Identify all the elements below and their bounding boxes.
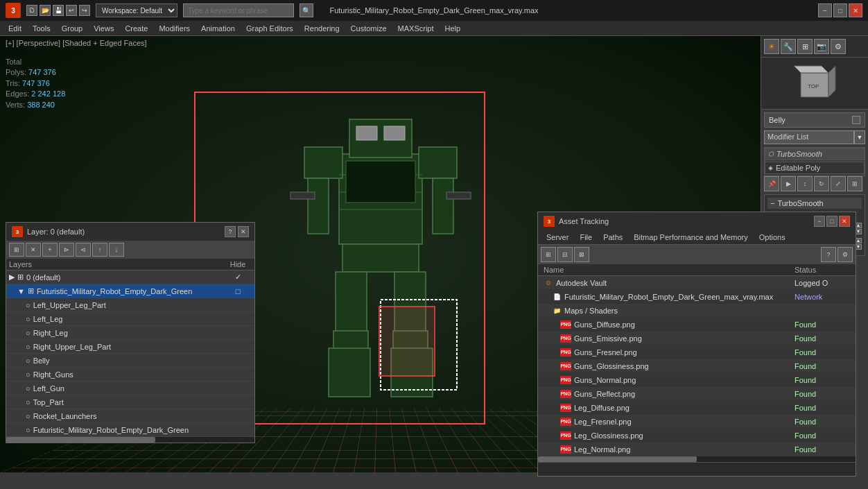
asset-menu-paths[interactable]: Paths [598,232,628,243]
layer-scrollbar[interactable] [6,437,254,443]
mod-scale-btn[interactable]: ⤢ [831,176,846,191]
layer-row[interactable]: ○ Left_Leg [6,312,254,326]
layer-row-name: ○ Right_Guns [9,370,252,379]
asset-row[interactable]: PNG Guns_Reflect.png Found [538,387,856,401]
layer-row[interactable]: ○ Right_Guns [6,368,254,381]
redo-btn[interactable]: ↪ [79,5,90,16]
menu-maxscript[interactable]: MAXScript [392,23,440,34]
menu-group[interactable]: Group [56,23,89,34]
mod-rotate-btn[interactable]: ↻ [814,176,829,191]
menu-help[interactable]: Help [440,23,467,34]
maximize-button[interactable]: □ [833,3,847,17]
search-icon[interactable]: 🔍 [300,3,313,17]
layer-row[interactable]: ○ Left_Upper_Leg_Part [6,298,254,312]
asset-row[interactable]: PNG Guns_Emissive.png Found [538,332,856,345]
layer-row[interactable]: ○ Belly [6,354,254,368]
layer-row[interactable]: ○ Right_Upper_Leg_Part [6,340,254,354]
asset-row[interactable]: ⚙ Autodesk Vault Logged O [538,276,856,290]
modifier-editable-poly[interactable]: ◈ Editable Poly [765,162,865,174]
stats-total: Total [6,57,65,67]
nav-cube[interactable]: TOP [790,59,839,108]
edges-stat: Edges: 2 242 128 [6,89,65,99]
layer-tb-5[interactable]: ⊲ [76,243,91,257]
menu-graph-editors[interactable]: Graph Editors [241,23,299,34]
sun-icon[interactable]: ☀ [764,39,779,54]
modifier-dropdown[interactable]: Modifier List [764,130,854,144]
at-settings-btn[interactable]: ⚙ [837,247,853,262]
at-btn-2[interactable]: ⊟ [557,247,573,262]
asset-row[interactable]: PNG Leg_Normal.png Found [538,443,856,456]
menu-customize[interactable]: Customize [345,23,392,34]
ts-collapse-icon[interactable]: − [770,199,774,207]
color-swatch[interactable] [852,116,860,124]
layer-row[interactable]: ○ Left_Gun [6,381,254,395]
layers-icon[interactable]: ⊞ [797,39,813,54]
modifier-turbosmooth-label: TurboSmooth [776,150,822,158]
menu-views[interactable]: Views [88,23,119,34]
menu-tools[interactable]: Tools [27,23,56,34]
asset-row[interactable]: 📄 Futuristic_Military_Robot_Empty_Dark_G… [538,290,856,304]
menu-edit[interactable]: Edit [3,23,27,34]
menu-animation[interactable]: Animation [196,23,241,34]
at-btn-3[interactable]: ⊠ [574,247,589,262]
asset-maximize-btn[interactable]: □ [826,216,837,227]
layer-help-btn[interactable]: ? [225,226,236,237]
layer-row[interactable]: ▼ ⊞ Futuristic_Military_Robot_Empty_Dark… [6,284,254,298]
menu-bar: Edit Tools Group Views Create Modifiers … [0,21,868,36]
asset-row-name: PNG Guns_Normal.png [560,376,795,384]
modifier-editable-poly-label: Editable Poly [776,164,820,172]
asset-menu-bitmap-perf[interactable]: Bitmap Performance and Memory [628,232,753,243]
layer-square: □ [224,287,252,295]
workspace-selector[interactable]: Workspace: Default [96,3,177,17]
layer-row[interactable]: ○ Top_Part [6,395,254,409]
layer-row[interactable]: ▶ ⊞ 0 (default) ✓ [6,271,254,284]
open-btn[interactable]: 📂 [40,5,51,16]
modifier-dropdown-arrow[interactable]: ▼ [854,130,865,144]
asset-row[interactable]: PNG Leg_Glossiness.png Found [538,429,856,443]
layer-tb-2[interactable]: ✕ [26,243,41,257]
layer-row[interactable]: ○ Rocket_Launchers [6,409,254,423]
asset-row[interactable]: 📁 Maps / Shaders [538,304,856,318]
asset-row-label: Guns_Emissive.png [574,334,642,343]
save-btn[interactable]: 💾 [53,5,64,16]
asset-menu-file[interactable]: File [574,232,598,243]
layer-row[interactable]: ○ Right_Leg [6,326,254,340]
layer-tb-7[interactable]: ↓ [109,243,124,257]
pin-btn[interactable]: 📌 [764,176,779,191]
menu-rendering[interactable]: Rendering [299,23,345,34]
asset-row[interactable]: PNG Leg_Fresnel.png Found [538,415,856,429]
undo-btn[interactable]: ↩ [66,5,77,16]
asset-row[interactable]: PNG Guns_Normal.png Found [538,373,856,387]
asset-close-btn[interactable]: ✕ [839,216,850,227]
layer-row[interactable]: ○ Futuristic_Military_Robot_Empty_Dark_G… [6,423,254,437]
ts-panel-header: − TurboSmooth [767,198,862,209]
layer-close-btn[interactable]: ✕ [238,226,249,237]
layer-tb-3[interactable]: + [42,243,58,257]
close-button[interactable]: ✕ [849,3,862,17]
new-btn[interactable]: 🗋 [26,5,37,16]
minimize-button[interactable]: − [818,3,832,17]
magnet-icon[interactable]: 🔧 [781,39,796,54]
layer-tb-6[interactable]: ↑ [92,243,107,257]
asset-menu-options[interactable]: Options [754,232,791,243]
camera-icon[interactable]: 📷 [814,39,829,54]
mod-extra-btn[interactable]: ⊞ [847,176,862,191]
asset-menu-server[interactable]: Server [541,232,574,243]
asset-row[interactable]: PNG Guns_Diffuse.png Found [538,318,856,332]
asset-row[interactable]: PNG Guns_Fresnel.png Found [538,345,856,359]
modifier-turbosmooth[interactable]: ⬡ TurboSmooth [765,148,865,160]
menu-modifiers[interactable]: Modifiers [153,23,196,34]
mod-move-btn[interactable]: ↕ [797,176,813,191]
gear-icon[interactable]: ⚙ [831,39,846,54]
layer-tb-4[interactable]: ⊳ [59,243,74,257]
asset-minimize-btn[interactable]: − [814,216,825,227]
search-input[interactable] [183,3,294,17]
asset-row[interactable]: PNG Guns_Glossiness.png Found [538,359,856,373]
mod-select-btn[interactable]: ▶ [781,176,796,191]
at-btn-1[interactable]: ⊞ [541,247,556,262]
asset-scrollbar[interactable] [538,456,856,462]
asset-row[interactable]: PNG Leg_Diffuse.png Found [538,401,856,415]
at-help-btn[interactable]: ? [821,247,836,262]
layer-tb-1[interactable]: ⊞ [9,243,24,257]
menu-create[interactable]: Create [119,23,153,34]
